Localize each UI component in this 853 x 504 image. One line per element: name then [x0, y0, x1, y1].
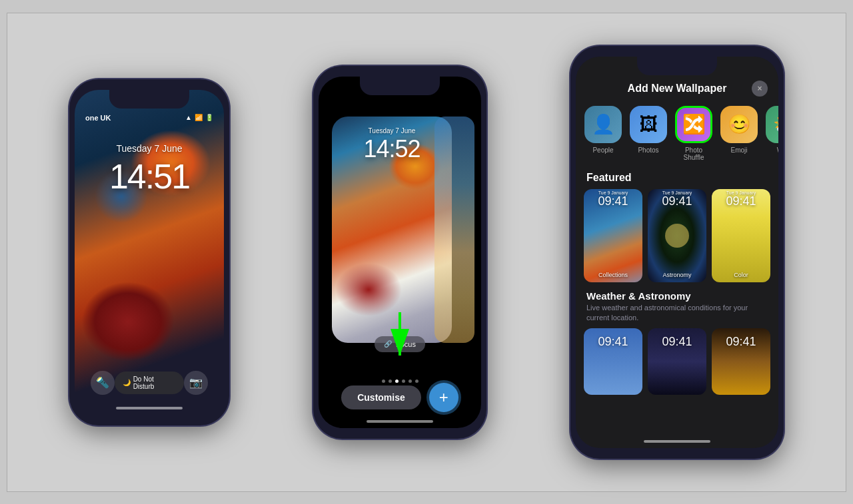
wtype-photos[interactable]: 🖼 Photos — [629, 106, 668, 161]
weather-thumb-1[interactable]: 09:41 — [584, 328, 642, 395]
bg-blob-red — [81, 282, 175, 362]
picker-title: Add New Wallpaper — [602, 83, 752, 95]
carrier-label: one UK — [85, 114, 111, 122]
people-icon: 👤 — [584, 106, 622, 143]
phone1-frame: one UK ▲ 📶 🔋 Tuesday 7 June 14:51 🔦 🌙 — [69, 79, 229, 425]
edit-bottom-bar: Customise + — [319, 383, 481, 412]
emoji-icon: 😊 — [720, 106, 758, 143]
phone1-screen: one UK ▲ 📶 🔋 Tuesday 7 June 14:51 🔦 🌙 — [75, 90, 224, 415]
wc-blob-red — [335, 263, 402, 316]
green-arrow-annotation — [380, 312, 420, 368]
lock-bottom-actions: 🔦 🌙 Do Not Disturb 📷 — [75, 371, 224, 395]
add-wallpaper-button[interactable]: + — [429, 383, 458, 412]
people-label: People — [592, 146, 613, 154]
photos-label: Photos — [638, 146, 658, 154]
phone2-frame: Tuesday 7 June 14:52 🔗 Focus — [313, 66, 486, 439]
wt2-time: 09:41 — [648, 335, 706, 349]
home-indicator2 — [367, 420, 433, 423]
dnd-button[interactable]: 🌙 Do Not Disturb — [115, 372, 185, 394]
featured-thumbnails: Tue 9 January 09:41 Collections Tue 9 Ja… — [576, 189, 778, 288]
torch-icon: 🔦 — [96, 376, 109, 389]
wtype-weather[interactable]: ⛅ Weal — [765, 106, 778, 161]
scene: one UK ▲ 📶 🔋 Tuesday 7 June 14:51 🔦 🌙 — [7, 13, 846, 492]
home-indicator3 — [644, 440, 710, 443]
color-thumb[interactable]: Tue 9 January 09:41 Color — [712, 189, 770, 282]
picker-background: Add New Wallpaper × 👤 People 🖼 Ph — [576, 57, 778, 448]
wtype-people[interactable]: 👤 People — [584, 106, 622, 161]
status-icons: ▲ 📶 🔋 — [185, 114, 213, 121]
wc-date: Tuesday 7 June — [332, 127, 452, 134]
phone2-screen: Tuesday 7 June 14:52 🔗 Focus — [319, 77, 481, 428]
wallpaper-card-bg: Tuesday 7 June 14:52 — [332, 117, 452, 343]
plus-icon: + — [439, 388, 448, 407]
phone3-frame: Add New Wallpaper × 👤 People 🖼 Ph — [570, 46, 784, 459]
weather-type-label: Weal — [777, 146, 778, 154]
collections-thumb[interactable]: Tue 9 January 09:41 Collections — [584, 189, 642, 282]
notch — [109, 90, 189, 109]
weather-icon: ⛅ — [766, 106, 778, 143]
battery-icon: 🔋 — [205, 114, 213, 121]
shuffle-emoji: 🔀 — [682, 113, 706, 135]
home-indicator — [116, 407, 183, 409]
weather-thumb-3[interactable]: 09:41 — [712, 328, 770, 395]
weather-emoji: ⛅ — [773, 113, 779, 135]
wt3-time: 09:41 — [712, 335, 770, 349]
collections-time: 09:41 — [584, 194, 642, 208]
lock-time: 14:51 — [75, 156, 224, 196]
weather-section-title: Weather & Astronomy — [576, 288, 778, 303]
photos-emoji: 🖼 — [639, 113, 658, 135]
color-label: Color — [712, 272, 770, 278]
featured-section-title: Featured — [576, 169, 778, 189]
edit-background: Tuesday 7 June 14:52 🔗 Focus — [319, 77, 481, 428]
color-time: 09:41 — [712, 194, 770, 208]
weather-thumb-2[interactable]: 09:41 — [648, 328, 706, 395]
people-emoji: 👤 — [592, 113, 615, 135]
wt1-time: 09:41 — [584, 335, 642, 349]
collections-label: Collections — [584, 272, 642, 278]
camera-icon: 📷 — [189, 376, 203, 389]
camera-button[interactable]: 📷 — [184, 371, 208, 395]
astronomy-time: 09:41 — [648, 194, 706, 208]
side-card — [434, 117, 474, 343]
shuffle-label: Photo Shuffle — [674, 146, 713, 161]
astronomy-thumb[interactable]: Tue 9 January 09:41 Astronomy — [648, 189, 706, 282]
moon-icon: 🌙 — [123, 379, 131, 386]
wallpaper-card[interactable]: Tuesday 7 June 14:52 — [332, 117, 452, 343]
notch3 — [637, 57, 717, 75]
signal-icon: ▲ — [185, 114, 192, 121]
weather-thumbnails: 09:41 09:41 09:41 — [576, 328, 778, 395]
picker-close-button[interactable]: × — [752, 81, 768, 97]
shuffle-icon: 🔀 — [675, 106, 712, 143]
torch-button[interactable]: 🔦 — [91, 371, 115, 395]
lockscreen-background: one UK ▲ 📶 🔋 Tuesday 7 June 14:51 🔦 🌙 — [75, 90, 224, 415]
astronomy-label: Astronomy — [648, 272, 706, 278]
dnd-label: Do Not Disturb — [133, 376, 177, 390]
emoji-emoji: 😊 — [728, 113, 751, 135]
notch2 — [360, 77, 440, 95]
wtype-shuffle[interactable]: 🔀 Photo Shuffle — [674, 106, 713, 161]
wc-time: 14:52 — [332, 135, 452, 163]
phone3-screen: Add New Wallpaper × 👤 People 🖼 Ph — [576, 57, 778, 448]
wifi-icon: 📶 — [195, 114, 203, 121]
wallpaper-type-row: 👤 People 🖼 Photos 🔀 Phot — [576, 103, 778, 169]
lock-date: Tuesday 7 June — [75, 143, 224, 154]
wtype-emoji[interactable]: 😊 Emoji — [720, 106, 758, 161]
customise-button[interactable]: Customise — [341, 385, 421, 409]
status-bar: one UK ▲ 📶 🔋 — [75, 114, 224, 122]
photos-icon: 🖼 — [630, 106, 667, 143]
weather-description: Live weather and astronomical conditions… — [576, 303, 778, 329]
emoji-label: Emoji — [730, 146, 747, 154]
